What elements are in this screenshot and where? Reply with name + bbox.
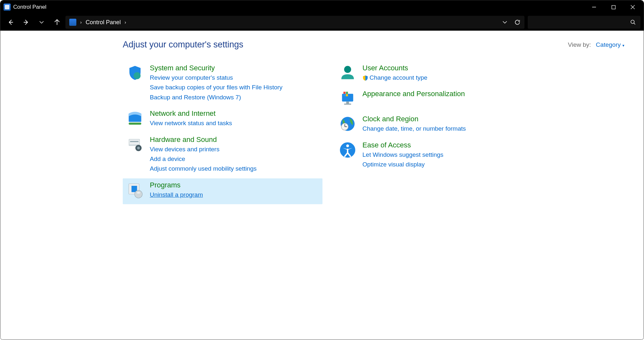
category-user-accounts: User AccountsChange account type [335,61,535,87]
category-title-user-accounts[interactable]: User Accounts [362,64,532,72]
category-link[interactable]: Add a device [150,154,319,164]
control-panel-icon [69,19,76,26]
appearance-icon[interactable] [339,90,357,108]
category-title-network-internet[interactable]: Network and Internet [150,109,319,118]
maximize-button[interactable] [604,0,623,14]
category-title-appearance[interactable]: Appearance and Personalization [362,90,532,98]
system-security-icon[interactable] [126,64,144,82]
dropdown-caret-icon: ▾ [622,43,624,48]
minimize-button[interactable] [584,0,604,14]
svg-rect-29 [343,94,346,96]
category-link[interactable]: Backup and Restore (Windows 7) [150,93,319,102]
category-link[interactable]: View network status and tasks [150,118,319,128]
titlebar: Control Panel [0,0,644,14]
category-grid: System and SecurityReview your computer'… [123,61,624,204]
svg-rect-26 [344,104,351,105]
content-header: Adjust your computer's settings View by:… [123,40,624,50]
category-clock-region: Clock and RegionChange date, time, or nu… [335,112,535,138]
category-column-right: User AccountsChange account typeAppearan… [335,61,535,204]
view-by: View by: Category ▾ [568,41,624,48]
category-system-security: System and SecurityReview your computer'… [123,61,322,107]
category-hardware-sound: Hardware and SoundView devices and print… [123,133,322,178]
close-button[interactable] [623,0,642,14]
page-title: Adjust your computer's settings [123,40,243,50]
chevron-right-icon[interactable]: › [125,20,126,25]
category-title-system-security[interactable]: System and Security [150,64,319,72]
window: Control Panel › Control Panel › [0,0,644,340]
category-link[interactable]: Change account type [362,73,532,83]
svg-rect-27 [343,92,346,94]
category-column-left: System and SecurityReview your computer'… [123,61,322,204]
svg-rect-15 [130,141,139,142]
svg-line-9 [634,23,635,25]
svg-point-17 [137,146,140,149]
svg-rect-0 [5,5,9,9]
address-dropdown[interactable] [502,19,508,25]
hardware-sound-icon[interactable] [126,135,144,154]
category-title-ease-of-access[interactable]: Ease of Access [362,141,532,149]
network-internet-icon[interactable] [126,109,144,127]
ease-of-access-icon[interactable] [339,141,357,159]
category-network-internet: Network and InternetView network status … [123,107,322,133]
view-by-dropdown[interactable]: Category ▾ [596,41,624,48]
category-title-hardware-sound[interactable]: Hardware and Sound [150,135,319,144]
clock-region-icon[interactable] [339,115,357,133]
navbar: › Control Panel › [0,14,644,31]
search-box[interactable] [528,16,640,29]
programs-icon[interactable] [126,181,144,199]
svg-rect-25 [346,102,349,104]
svg-rect-12 [129,123,141,125]
up-button[interactable] [50,15,64,29]
address-bar[interactable]: › Control Panel › [65,16,524,29]
svg-rect-2 [612,5,615,9]
category-appearance: Appearance and Personalization [335,87,535,112]
svg-rect-30 [346,94,348,96]
category-ease-of-access: Ease of AccessLet Windows suggest settin… [335,138,535,174]
uac-shield-icon [362,75,368,81]
window-title: Control Panel [13,4,46,10]
svg-point-8 [631,20,634,24]
svg-point-36 [346,144,349,147]
view-by-label: View by: [568,41,591,48]
category-link[interactable]: Change date, time, or number formats [362,124,532,134]
svg-point-23 [344,66,351,73]
back-button[interactable] [4,15,18,29]
control-panel-app-icon [4,4,11,11]
category-link[interactable]: Adjust commonly used mobility settings [150,164,319,174]
recent-dropdown[interactable] [34,15,49,29]
category-link[interactable]: Uninstall a program [150,190,319,200]
search-icon [630,19,636,25]
refresh-button[interactable] [514,19,521,25]
forward-button[interactable] [19,15,33,29]
category-title-clock-region[interactable]: Clock and Region [362,115,532,123]
category-link[interactable]: Optimize visual display [362,160,532,169]
category-title-programs[interactable]: Programs [150,181,319,189]
breadcrumb-root[interactable]: Control Panel [86,19,121,26]
category-programs: ProgramsUninstall a program [123,178,322,204]
category-link[interactable]: Review your computer's status [150,73,319,83]
svg-point-10 [134,72,141,79]
svg-rect-14 [130,139,139,144]
category-link[interactable]: View devices and printers [150,145,319,154]
content-area: Adjust your computer's settings View by:… [0,31,644,340]
category-link[interactable]: Save backup copies of your files with Fi… [150,83,319,92]
chevron-right-icon: › [80,20,82,25]
svg-rect-28 [346,92,348,94]
user-accounts-icon[interactable] [339,64,357,82]
category-link[interactable]: Let Windows suggest settings [362,150,532,160]
svg-point-22 [137,192,140,193]
